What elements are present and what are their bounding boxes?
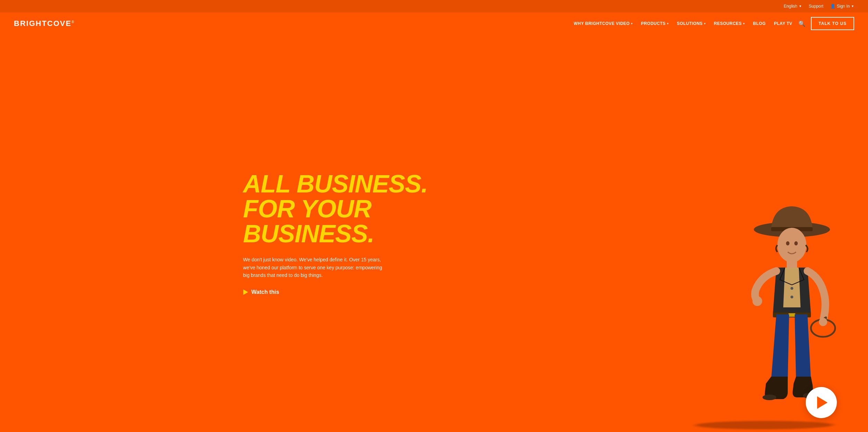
logo[interactable]: BRIGHTCOVE® xyxy=(14,19,75,28)
nav-chevron-solutions: ▾ xyxy=(704,22,706,25)
nav-chevron-products: ▾ xyxy=(667,22,669,25)
nav-label-products: PRODUCTS xyxy=(641,21,666,26)
language-selector[interactable]: English ▼ xyxy=(784,4,802,9)
hero-headline-line2: FOR YOUR BUSINESS. xyxy=(243,195,374,248)
nav-chevron-resources: ▾ xyxy=(743,22,745,25)
svg-point-2 xyxy=(777,228,806,262)
svg-point-8 xyxy=(819,318,827,326)
nav-item-resources[interactable]: RESOURCES ▾ xyxy=(711,18,748,29)
nav-item-playtv[interactable]: PLAY TV xyxy=(770,18,796,29)
play-triangle-icon xyxy=(243,289,248,295)
hero-headline: ALL BUSINESS. FOR YOUR BUSINESS. xyxy=(243,171,451,246)
nav-item-blog[interactable]: BLOG xyxy=(750,18,769,29)
logo-sup: ® xyxy=(72,20,75,24)
svg-rect-5 xyxy=(788,313,795,317)
svg-point-9 xyxy=(762,395,776,400)
language-chevron: ▼ xyxy=(799,4,802,8)
signin-label: Sign In xyxy=(837,4,850,9)
svg-point-6 xyxy=(752,296,762,306)
hero-subtext: We don't just know video. We've helped d… xyxy=(243,256,389,279)
signin-link[interactable]: 👤 Sign In ▼ xyxy=(830,4,854,9)
search-icon: 🔍 xyxy=(798,21,805,27)
user-icon: 👤 xyxy=(830,4,835,9)
support-label: Support xyxy=(809,4,823,9)
nav-label-why: WHY BRIGHTCOVE VIDEO xyxy=(574,21,630,26)
language-label: English xyxy=(784,4,797,9)
hero-headline-line1: ALL BUSINESS. xyxy=(243,170,428,198)
play-arrow-icon xyxy=(817,396,828,409)
signin-chevron: ▼ xyxy=(851,4,854,8)
nav-item-products[interactable]: PRODUCTS ▾ xyxy=(638,18,672,29)
nav-label-playtv: PLAY TV xyxy=(774,21,792,26)
top-utility-bar: English ▼ Support 👤 Sign In ▼ xyxy=(0,0,868,12)
cowboy-figure xyxy=(716,224,847,432)
talk-to-us-label: TALK TO US xyxy=(819,21,847,26)
hero-section: ALL BUSINESS. FOR YOUR BUSINESS. We don'… xyxy=(0,35,868,432)
main-navigation: BRIGHTCOVE® WHY BRIGHTCOVE VIDEO ▾ PRODU… xyxy=(0,12,868,35)
hero-image-area xyxy=(391,35,868,432)
watch-this-link[interactable]: Watch this xyxy=(243,289,451,295)
nav-chevron-why: ▾ xyxy=(631,22,633,25)
svg-point-13 xyxy=(791,287,793,290)
logo-text: BRIGHTCOVE xyxy=(14,19,72,28)
nav-label-blog: BLOG xyxy=(753,21,766,26)
nav-links: WHY BRIGHTCOVE VIDEO ▾ PRODUCTS ▾ SOLUTI… xyxy=(570,18,796,29)
nav-item-solutions[interactable]: SOLUTIONS ▾ xyxy=(674,18,709,29)
hero-content: ALL BUSINESS. FOR YOUR BUSINESS. We don'… xyxy=(243,151,451,316)
nav-item-why-brightcove[interactable]: WHY BRIGHTCOVE VIDEO ▾ xyxy=(570,18,636,29)
svg-point-11 xyxy=(786,241,789,245)
search-button[interactable]: 🔍 xyxy=(796,18,808,30)
nav-label-resources: RESOURCES xyxy=(714,21,742,26)
nav-label-solutions: SOLUTIONS xyxy=(677,21,703,26)
video-play-button[interactable] xyxy=(806,387,837,418)
support-link[interactable]: Support xyxy=(809,4,823,9)
watch-label: Watch this xyxy=(252,289,279,295)
svg-point-14 xyxy=(791,296,793,298)
svg-point-12 xyxy=(794,241,798,245)
talk-to-us-button[interactable]: TALK TO US xyxy=(811,17,854,30)
